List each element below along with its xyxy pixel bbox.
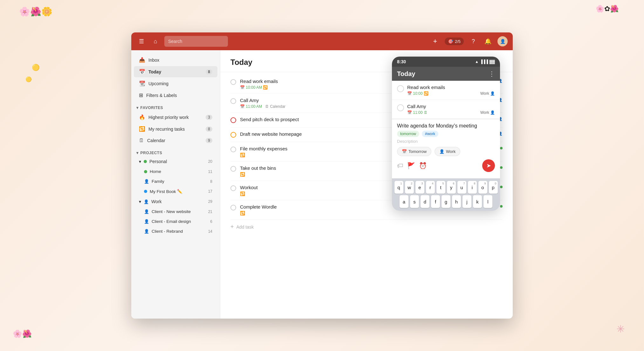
highest-priority-count: 3 [206, 115, 212, 120]
sidebar-item-client-rebrand[interactable]: 👤 Client - Rebrand 14 [134, 227, 217, 236]
key-r[interactable]: r4 [426, 181, 435, 194]
task-checkbox-2[interactable] [230, 98, 236, 104]
task-checkbox-8[interactable] [230, 205, 236, 210]
key-u[interactable]: u7 [457, 181, 466, 194]
decoration-gold-tl: 🟡 [32, 64, 40, 71]
task-checkbox-4[interactable] [230, 132, 236, 138]
task-checkbox-1[interactable] [230, 79, 236, 85]
key-p[interactable]: p0 [489, 181, 498, 194]
key-t[interactable]: t5 [436, 181, 445, 194]
compose-description-placeholder[interactable]: Description [397, 139, 495, 144]
compose-title: Write agenda for Monday's meeting [397, 123, 495, 129]
decoration-gold-tl2: 🟡 [25, 76, 32, 82]
phone-menu-dots-button[interactable]: ⋮ [489, 70, 495, 78]
signal-icon: ▐▐▐ [480, 59, 488, 64]
filters-icon: ⊞ [139, 92, 143, 98]
sidebar-item-home[interactable]: Home 11 [134, 167, 217, 176]
calendar-count: 9 [206, 138, 212, 143]
work-group-header[interactable]: ▾ 👤 Work 29 [134, 197, 217, 206]
help-button[interactable]: ? [468, 36, 478, 46]
key-a[interactable]: a [400, 195, 408, 208]
firstbook-dot [144, 190, 147, 193]
karma-badge[interactable]: 🎯 2/5 [445, 38, 464, 45]
client-email-label: Client - Email design [152, 219, 208, 224]
work-collapse-icon: ▾ [139, 199, 141, 204]
reminder-button[interactable]: ⏰ [419, 162, 427, 169]
decoration-flowers-bl: 🌸🌺 [13, 329, 32, 338]
key-i[interactable]: i8 [468, 181, 477, 194]
task-checkbox-6[interactable] [230, 166, 236, 172]
karma-value: 2/5 [455, 39, 461, 44]
key-w[interactable]: w2 [405, 181, 414, 194]
sidebar-item-highest-priority[interactable]: 🔥 Highest priority work 3 [134, 112, 217, 123]
flag-button[interactable]: 🚩 [407, 162, 415, 169]
home-dot [144, 170, 147, 173]
schedule-work-button[interactable]: 👤 Work [435, 147, 460, 156]
task-checkbox-5[interactable] [230, 147, 236, 152]
key-j[interactable]: j [462, 195, 471, 208]
send-button[interactable]: ➤ [482, 159, 495, 172]
phone-task-checkbox-2[interactable] [397, 104, 404, 111]
task-recurring-7: 🔁 [240, 191, 245, 196]
key-f[interactable]: f [431, 195, 440, 208]
compose-schedule: 📅 Tomorrow 👤 Work [397, 147, 495, 156]
home-count: 11 [208, 169, 212, 174]
sidebar-item-calendar[interactable]: 🗓 Calendar 9 [134, 135, 217, 146]
label-button[interactable]: 🏷 [397, 162, 403, 169]
calendar-icon-small: 📅 [402, 149, 407, 154]
key-o[interactable]: o9 [478, 181, 487, 194]
key-g[interactable]: g [442, 195, 450, 208]
key-h[interactable]: h [452, 195, 461, 208]
favorites-section-header[interactable]: ▾ Favorites [131, 102, 220, 111]
task-checkbox-7[interactable] [230, 185, 236, 191]
task-checkbox-3[interactable] [230, 117, 236, 123]
projects-section-header[interactable]: ▾ Projects [131, 148, 220, 156]
key-e[interactable]: e3 [415, 181, 424, 194]
sidebar-item-upcoming[interactable]: 📆 Upcoming [134, 78, 217, 89]
key-y[interactable]: y6 [447, 181, 456, 194]
hamburger-icon: ☰ [139, 38, 144, 45]
app-body: 📥 Inbox 📅 Today 8 📆 Upcoming ⊞ Filters &… [131, 50, 513, 319]
key-q[interactable]: q1 [394, 181, 403, 194]
key-d[interactable]: d [421, 195, 429, 208]
task-recurring-5: 🔁 [240, 153, 245, 157]
search-input[interactable] [164, 36, 228, 47]
compose-tag-work: #work [422, 131, 438, 137]
phone-task-content-1: Read work emails 📅 10:00 🔁 Work 👤 [407, 85, 495, 96]
phone-overlay: 8:30 ▲ ▐▐▐ ▓▓ Today ⋮ [392, 57, 500, 211]
phone-task-checkbox-1[interactable] [397, 85, 404, 92]
send-icon: ➤ [486, 162, 491, 169]
phone-task-title-2: Call Amy [407, 104, 495, 109]
key-k[interactable]: k [473, 195, 482, 208]
recurring-icon: 🔁 [139, 126, 145, 132]
phone-task-title-1: Read work emails [407, 85, 495, 90]
nav-right: + 🎯 2/5 ? 🔔 👤 [430, 36, 508, 46]
key-s[interactable]: s [410, 195, 419, 208]
sidebar-item-client-new-website[interactable]: 👤 Client - New website 21 [134, 207, 217, 216]
avatar[interactable]: 👤 [497, 36, 508, 46]
phone-task-time-2: 📅 11:00 🗓 [407, 110, 428, 115]
sidebar-item-client-email[interactable]: 👤 Client - Email design 6 [134, 217, 217, 226]
home-button[interactable]: ⌂ [150, 36, 161, 46]
sidebar-item-firstbook[interactable]: My First Book ✏️ 17 [134, 187, 217, 196]
work-label: Work [151, 199, 206, 204]
wifi-icon: ▲ [475, 59, 479, 64]
notifications-button[interactable]: 🔔 [483, 36, 493, 46]
sidebar-item-inbox[interactable]: 📥 Inbox [134, 54, 217, 65]
menu-button[interactable]: ☰ [136, 36, 147, 46]
sidebar-item-family[interactable]: 👤 Family 8 [134, 177, 217, 186]
task-recurring-6: 🔁 [240, 172, 245, 177]
add-button[interactable]: + [430, 36, 440, 46]
schedule-work-label: Work [446, 149, 456, 154]
sidebar-item-today[interactable]: 📅 Today 8 [134, 66, 217, 77]
key-l[interactable]: l [483, 195, 492, 208]
keyboard-row-1: q1 w2 e3 r4 t5 y6 u7 i8 o9 p0 [393, 181, 499, 194]
personal-group-header[interactable]: ▾ Personal 20 [134, 157, 217, 166]
add-task-row[interactable]: + Add task [230, 220, 503, 234]
client-new-website-label: Client - New website [152, 209, 206, 214]
sidebar-item-filters[interactable]: ⊞ Filters & Labels [134, 90, 217, 101]
highest-priority-label: Highest priority work [148, 115, 202, 120]
sidebar-item-recurring[interactable]: 🔁 My recurring tasks 8 [134, 123, 217, 134]
schedule-tomorrow-button[interactable]: 📅 Tomorrow [397, 147, 431, 156]
home-icon: ⌂ [154, 38, 157, 45]
